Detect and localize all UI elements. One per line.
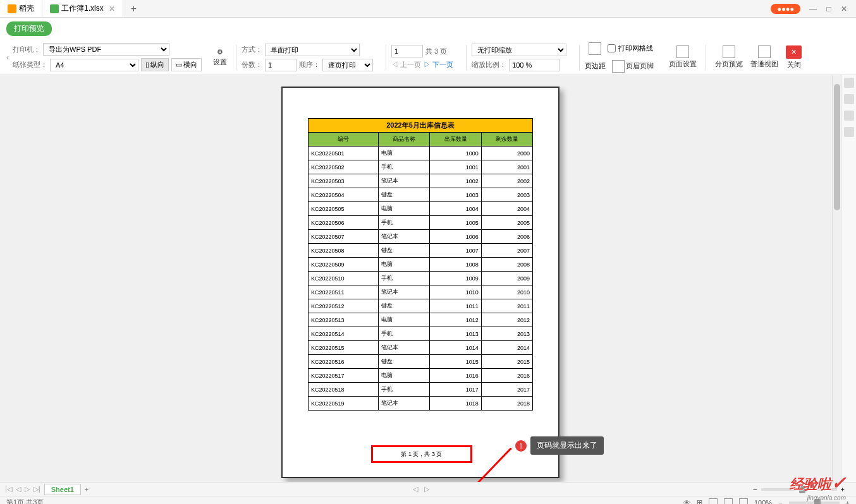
table-row: KC20220512键盘10112011 [309,299,533,313]
paper-label: 纸张类型： [13,60,47,69]
sidebar-tool-icon[interactable] [844,94,854,104]
method-label: 方式： [242,45,262,54]
page-setup-icon [676,45,689,58]
table-row: KC20220507笔记本10062006 [309,230,533,244]
ratio-input[interactable] [509,59,559,71]
tab-daoke[interactable]: 稻壳 [0,0,42,17]
table-row: KC20220506手机10052005 [309,216,533,230]
hscroll-right[interactable]: ▷ [422,485,432,493]
table-row: KC20220501电脑10002000 [309,147,533,160]
normal-view-button[interactable]: 普通视图 [747,44,782,70]
right-sidebar [841,75,856,482]
table-row: KC20220508键盘10072007 [309,244,533,258]
layout-icon[interactable]: ⊞ [697,498,702,504]
tab-add-button[interactable]: + [123,3,144,15]
page-break-button[interactable]: 分页预览 [711,44,747,70]
page-setup-button[interactable]: 页面设置 [665,44,700,70]
zoom-in-icon[interactable]: + [846,499,850,505]
table-row: KC20220504键盘10032003 [309,188,533,202]
minimize-icon[interactable]: — [805,4,821,13]
margins-button[interactable] [585,41,605,56]
settings-button[interactable]: ⚙ 设置 [209,47,231,68]
status-zoom-slider[interactable] [789,501,840,504]
sheet-tab[interactable]: Sheet1 [44,484,81,495]
page-preview: 2022年5月出库信息表 编号 商品名称 出库数量 剩余数量 KC2022050… [281,87,559,478]
table-row: KC20220519笔记本10182018 [309,397,533,411]
scrollbar-thumb[interactable] [834,84,840,210]
view-icon[interactable]: 👁 [683,499,690,505]
margins-icon [589,42,601,55]
order-label: 顺序： [299,60,320,69]
copies-label: 份数： [242,60,262,69]
copies-input[interactable] [265,59,297,71]
portrait-button[interactable]: ▯ 纵向 [141,58,169,71]
page-number-footer: 第 1 页，共 3 页 [371,445,472,463]
watermark-url: jingyanla.com [807,495,846,501]
preview-mode-row: 打印预览 [0,18,856,40]
table-row: KC20220516键盘10152015 [309,355,533,369]
preview-badge: 打印预览 [6,21,52,36]
sheet-nav-last[interactable]: ▷| [34,485,40,493]
app-icon [8,4,16,13]
table-row: KC20220502手机10012001 [309,160,533,174]
sheet-nav-first[interactable]: |◁ [5,485,12,493]
page-total: 共 3 页 [425,47,447,56]
printer-label: 打印机： [13,45,40,54]
scale-select[interactable]: 无打印缩放 [472,44,566,56]
table-row: KC20220505电脑10042004 [309,202,533,216]
paper-select[interactable]: A4 [50,59,138,71]
user-badge[interactable]: ●●●● [771,4,800,14]
next-page-button[interactable]: ▷ 下一页 [424,60,453,69]
prev-page-button[interactable]: ◁ 上一页 [391,60,421,69]
normal-view-icon [758,45,771,58]
ratio-label: 缩放比例： [472,60,506,69]
hscroll-left[interactable]: ◁ [410,485,420,493]
status-zoom: 100% [754,499,772,505]
tab-label: 工作簿1.xlsx [61,3,104,14]
page-break-icon [723,45,735,58]
sheet-add-button[interactable]: + [85,486,89,493]
margins-label: 页边距 [585,61,606,71]
zoom-out-button[interactable]: − [753,486,757,493]
close-preview-button[interactable]: ✕ 关闭 [782,44,805,71]
table-row: KC20220511笔记本10102010 [309,285,533,299]
table-row: KC20220517电脑10162016 [309,369,533,383]
sidebar-tool-icon[interactable] [844,127,854,137]
landscape-button[interactable]: ▭ 横向 [171,58,202,71]
workspace: 2022年5月出库信息表 编号 商品名称 出库数量 剩余数量 KC2022050… [0,75,856,482]
tab-label: 稻壳 [19,3,34,14]
sheet-nav-next[interactable]: ▷ [25,485,30,493]
view-mode-icon[interactable] [724,498,733,505]
table-title: 2022年5月出库信息表 [309,119,533,133]
order-select[interactable]: 逐页打印 [322,59,373,71]
status-page-info: 第1页 共3页 [6,498,44,504]
close-icon[interactable]: ✕ [109,4,115,13]
table-row: KC20220510手机10092009 [309,272,533,285]
header-footer-button[interactable]: 页眉页脚 [608,59,657,74]
annotation-badge: 1 [515,440,527,452]
zoom-out-icon[interactable]: − [778,499,782,505]
annotation-tooltip: 页码就显示出来了 [530,436,604,455]
page-input[interactable] [391,45,423,57]
close-icon: ✕ [786,45,802,59]
tabs-bar: 稻壳 工作簿1.xlsx ✕ + ●●●● — □ ✕ [0,0,856,18]
view-mode-icon[interactable] [709,498,718,505]
sheet-tabs-bar: |◁ ◁ ▷ ▷| Sheet1 + ◁ ▷ − + [0,482,856,496]
printer-select[interactable]: 导出为WPS PDF [43,43,169,56]
maximize-icon[interactable]: □ [822,4,835,13]
header-footer-icon [612,60,625,73]
gridlines-checkbox[interactable] [608,44,616,52]
tab-workbook[interactable]: 工作簿1.xlsx ✕ [42,0,123,17]
method-select[interactable]: 单面打印 [265,44,360,56]
window-controls: ●●●● — □ ✕ [771,4,856,14]
close-icon[interactable]: ✕ [837,4,851,13]
preview-area: 2022年5月出库信息表 编号 商品名称 出库数量 剩余数量 KC2022050… [9,75,832,482]
vertical-scrollbar[interactable] [832,75,841,482]
toolbar: ‹ 打印机： 导出为WPS PDF 纸张类型： A4 ▯ 纵向 ▭ 横向 ⚙ 设… [0,40,856,75]
sheet-nav-prev[interactable]: ◁ [16,485,21,493]
table-header-row: 编号 商品名称 出库数量 剩余数量 [309,133,533,147]
back-icon[interactable]: ‹ [6,53,9,62]
view-mode-icon[interactable] [739,498,748,505]
sidebar-tool-icon[interactable] [844,78,854,88]
sidebar-tool-icon[interactable] [844,111,854,121]
